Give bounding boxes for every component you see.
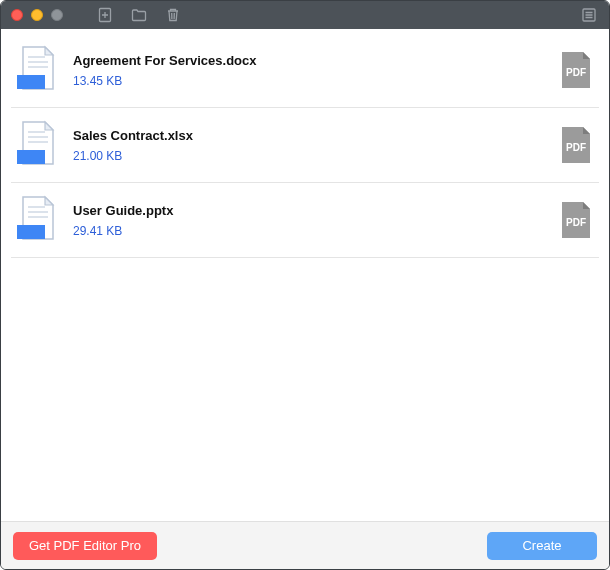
get-pro-button[interactable]: Get PDF Editor Pro xyxy=(13,532,157,560)
pdf-output-icon: PDF xyxy=(559,50,593,90)
add-file-icon[interactable] xyxy=(97,7,113,23)
svg-text:PDF: PDF xyxy=(566,217,586,228)
svg-text:PDF: PDF xyxy=(566,67,586,78)
svg-rect-22 xyxy=(17,225,45,239)
file-size: 21.00 KB xyxy=(73,149,545,163)
document-file-icon xyxy=(15,120,59,170)
svg-rect-17 xyxy=(17,150,45,164)
file-name: User Guide.pptx xyxy=(73,203,545,218)
pdf-output-icon: PDF xyxy=(559,125,593,165)
document-file-icon xyxy=(15,45,59,95)
minimize-window-button[interactable] xyxy=(31,9,43,21)
create-button[interactable]: Create xyxy=(487,532,597,560)
list-view-icon[interactable] xyxy=(581,7,597,23)
close-window-button[interactable] xyxy=(11,9,23,21)
list-item[interactable]: Sales Contract.xlsx 21.00 KB PDF xyxy=(11,108,599,183)
toolbar xyxy=(97,7,181,23)
list-item[interactable]: Agreement For Services.docx 13.45 KB PDF xyxy=(11,39,599,108)
document-file-icon xyxy=(15,195,59,245)
window-controls xyxy=(11,9,63,21)
file-name: Agreement For Services.docx xyxy=(73,53,545,68)
svg-rect-12 xyxy=(17,75,45,89)
delete-icon[interactable] xyxy=(165,7,181,23)
titlebar xyxy=(1,1,609,29)
file-name: Sales Contract.xlsx xyxy=(73,128,545,143)
list-item[interactable]: User Guide.pptx 29.41 KB PDF xyxy=(11,183,599,258)
app-window: Agreement For Services.docx 13.45 KB PDF xyxy=(0,0,610,570)
pdf-output-icon: PDF xyxy=(559,200,593,240)
svg-text:PDF: PDF xyxy=(566,142,586,153)
footer-bar: Get PDF Editor Pro Create xyxy=(1,521,609,569)
file-size: 29.41 KB xyxy=(73,224,545,238)
maximize-window-button[interactable] xyxy=(51,9,63,21)
add-folder-icon[interactable] xyxy=(131,7,147,23)
file-size: 13.45 KB xyxy=(73,74,545,88)
file-list-area: Agreement For Services.docx 13.45 KB PDF xyxy=(1,29,609,521)
